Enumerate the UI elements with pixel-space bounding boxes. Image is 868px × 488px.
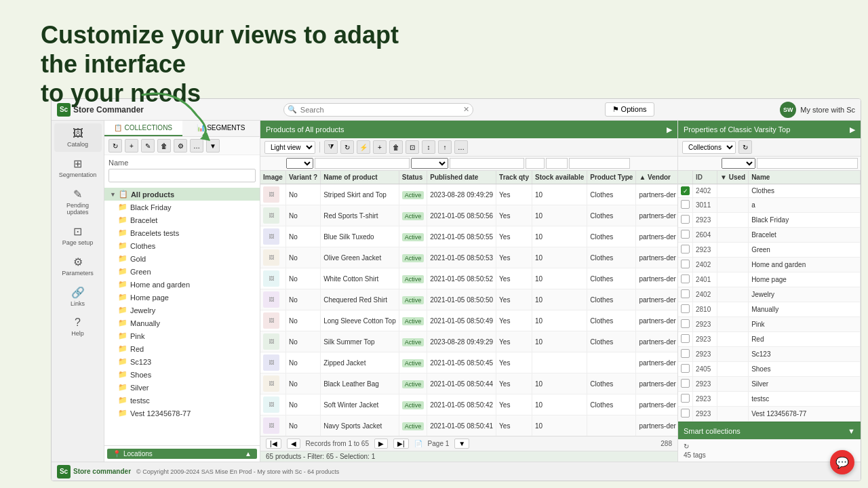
table-row[interactable]: 🖼 No Navy Sports Jacket Active 2021-01-0… [260, 415, 677, 436]
used-filter[interactable] [722, 158, 755, 169]
list-item[interactable]: 2923 Green [678, 243, 861, 258]
options-button[interactable]: ⚑ Options [605, 102, 654, 117]
checkbox-cell[interactable]: ✓ [678, 184, 693, 198]
tree-item-all-products[interactable]: ▼ 📋 All products [104, 188, 260, 201]
chat-button[interactable]: 💬 [830, 450, 854, 474]
checkbox-empty[interactable] [681, 289, 690, 298]
col-stock[interactable]: Stock available [532, 171, 587, 184]
delete-product-button[interactable]: 🗑 [389, 140, 403, 154]
col-name-right[interactable]: Name [749, 171, 861, 184]
sidebar-item-parameters[interactable]: ⚙ Parameters [54, 251, 102, 281]
page-select-btn[interactable]: ▼ [454, 439, 469, 449]
col-name[interactable]: Name of product [321, 171, 399, 184]
export-button[interactable]: ↑ [438, 140, 452, 154]
list-item[interactable]: 2923 Black Friday [678, 213, 861, 228]
checkbox-empty[interactable] [681, 245, 690, 253]
collections-select[interactable]: Collections [682, 141, 736, 154]
tree-item-silver[interactable]: 📁 Silver [104, 381, 260, 394]
checkbox-cell[interactable] [678, 362, 693, 377]
checkbox-empty[interactable] [681, 409, 690, 418]
stock-filter[interactable] [546, 158, 568, 169]
checkbox-cell[interactable] [678, 407, 693, 422]
date-filter[interactable] [450, 158, 524, 169]
checkbox-empty[interactable] [681, 319, 690, 328]
checkbox-empty[interactable] [681, 379, 690, 388]
expand-right-icon[interactable]: ▶ [850, 125, 855, 134]
tree-item-pink[interactable]: 📁 Pink [104, 329, 260, 342]
product-name-cell[interactable]: Long Sleeve Cotton Top [321, 310, 399, 331]
list-item[interactable]: 2402 Home and garden [678, 258, 861, 272]
filter-button[interactable]: ⧩ [324, 140, 338, 154]
tree-item-red[interactable]: 📁 Red [104, 342, 260, 355]
flash-button[interactable]: ⚡ [357, 140, 370, 154]
product-name-cell[interactable]: White Cotton Shirt [321, 268, 399, 289]
tree-item-testsc[interactable]: 📁 testsc [104, 394, 260, 407]
copy-button[interactable]: ⊡ [406, 140, 419, 154]
table-row[interactable]: 🖼 No White Cotton Shirt Active 2021-01-0… [260, 268, 677, 289]
tree-item-shoes[interactable]: 📁 Shoes [104, 368, 260, 381]
checkbox-cell[interactable] [678, 377, 693, 392]
checkbox-cell[interactable] [678, 287, 693, 302]
list-item[interactable]: 2923 Sc123 [678, 347, 861, 362]
close-icon[interactable]: ✕ [463, 105, 469, 114]
checkbox-cell[interactable] [678, 243, 693, 258]
tree-item-bracelets-tests[interactable]: 📁 Bracelets tests [104, 226, 260, 239]
checkbox-cell[interactable] [678, 302, 693, 317]
checkbox-empty[interactable] [681, 215, 690, 224]
sidebar-item-catalog[interactable]: 🖼 Catalog [54, 123, 102, 152]
table-row[interactable]: 🖼 No Blue Silk Tuxedo Active 2021-01-05 … [260, 226, 677, 247]
col-vendor[interactable]: ▲ Vendor [636, 171, 677, 184]
checkbox-empty[interactable] [681, 230, 690, 239]
prev-page-btn[interactable]: ◀ [287, 439, 300, 449]
smart-collections-bar[interactable]: Smart collections ▼ [678, 422, 861, 439]
product-name-cell[interactable]: Silk Summer Top [321, 331, 399, 352]
tree-item-manually[interactable]: 📁 Manually [104, 317, 260, 329]
tree-item-gold[interactable]: 📁 Gold [104, 252, 260, 265]
next-page-btn[interactable]: ▶ [374, 439, 388, 449]
col-used[interactable]: ▼ Used [717, 171, 749, 184]
col-type[interactable]: Product Type [587, 171, 636, 184]
col-variant[interactable]: Variant ? [285, 171, 320, 184]
list-item[interactable]: 2923 Vest 12345678-77 [678, 407, 861, 422]
checkbox-empty[interactable] [681, 274, 690, 283]
product-name-cell[interactable]: Black Leather Bag [321, 373, 399, 394]
table-row[interactable]: 🖼 No Striped Skirt and Top Active 2023-0… [260, 184, 677, 205]
checkbox-cell[interactable] [678, 317, 693, 332]
col-image[interactable]: Image [260, 171, 285, 184]
list-item[interactable]: 2810 Manually [678, 302, 861, 317]
tree-item-vest[interactable]: 📁 Vest 12345678-77 [104, 407, 260, 420]
expand-products-icon[interactable]: ▶ [667, 125, 672, 134]
checkbox-cell[interactable] [678, 392, 693, 407]
sidebar-item-pending[interactable]: ✎ Pending updates [54, 184, 102, 220]
checkbox-empty[interactable] [681, 364, 690, 373]
refresh-button[interactable]: ↻ [108, 139, 122, 152]
sidebar-item-help[interactable]: ? Help [54, 312, 102, 341]
list-item[interactable]: ✓ 2402 Clothes [678, 184, 861, 198]
table-row[interactable]: 🖼 No Black Leather Bag Active 2021-01-05… [260, 373, 677, 394]
track-filter[interactable] [526, 158, 545, 169]
checkbox-empty[interactable] [681, 304, 690, 313]
list-item[interactable]: 2923 Red [678, 332, 861, 347]
list-item[interactable]: 2405 Shoes [678, 362, 861, 377]
tree-item-jewelry[interactable]: 📁 Jewelry [104, 304, 260, 317]
checkbox-empty[interactable] [681, 200, 690, 209]
checkbox-cell[interactable] [678, 347, 693, 362]
status-filter[interactable] [411, 158, 448, 169]
type-filter[interactable] [569, 158, 630, 169]
product-name-cell[interactable]: Chequered Red Shirt [321, 289, 399, 310]
product-name-cell[interactable]: Blue Silk Tuxedo [321, 226, 399, 247]
checkbox-cell[interactable] [678, 258, 693, 272]
product-name-cell[interactable]: Soft Winter Jacket [321, 394, 399, 415]
variant-filter[interactable] [286, 158, 313, 169]
refresh-right-button[interactable]: ↻ [738, 140, 752, 154]
table-row[interactable]: 🖼 No Red Sports T-shirt Active 2021-01-0… [260, 205, 677, 226]
product-name-cell[interactable]: Red Sports T-shirt [321, 205, 399, 226]
list-item[interactable]: 2923 Pink [678, 317, 861, 332]
sidebar-item-segmentation[interactable]: ⊞ Segmentation [54, 153, 102, 182]
checkbox-empty[interactable] [681, 349, 690, 358]
col-cb[interactable] [678, 171, 693, 184]
table-row[interactable]: 🖼 No Zipped Jacket Active 2021-01-05 08:… [260, 352, 677, 373]
checkbox-empty[interactable] [681, 394, 690, 403]
checkbox-empty[interactable] [681, 260, 690, 268]
locations-button[interactable]: 📍 Locations ▲ [107, 449, 257, 459]
